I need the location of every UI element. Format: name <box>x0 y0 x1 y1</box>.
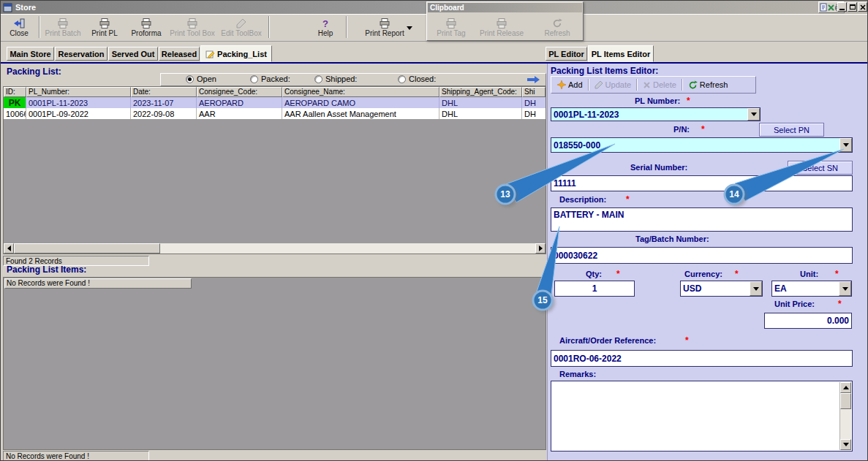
add-button[interactable]: Add <box>554 79 586 91</box>
unit-label: Unit: <box>800 270 818 278</box>
pn-combo[interactable]: 018550-000 <box>551 137 853 153</box>
tab-main-store[interactable]: Main Store <box>7 47 54 61</box>
toolbar-refresh-button[interactable]: Refresh <box>537 15 578 40</box>
delete-button[interactable]: Delete <box>639 79 680 91</box>
required-marker: * <box>685 335 689 346</box>
remarks-textarea[interactable] <box>551 381 853 452</box>
radio-shipped[interactable] <box>314 75 322 83</box>
pl-number-dropdown-button[interactable] <box>747 108 760 121</box>
serial-number-label: Serial Number: <box>630 163 687 172</box>
delete-icon <box>643 81 651 89</box>
tab-served-out[interactable]: Served Out <box>108 47 158 61</box>
cell-shi: DH <box>522 108 546 119</box>
printer-icon <box>186 18 198 28</box>
toolbar-print-toolbox-button[interactable]: Print Tool Box <box>167 15 217 40</box>
select-sn-button[interactable]: Select SN <box>788 161 853 175</box>
toolbar-print-tag-button[interactable]: Print Tag <box>431 15 472 40</box>
toolbar-print-batch-button[interactable]: Print Batch <box>42 15 84 40</box>
toolbar-proforma-button[interactable]: Proforma <box>125 15 167 40</box>
column-header-id[interactable]: ID: <box>4 87 26 97</box>
column-header-shipping-agent-code[interactable]: Shipping_Agent_Code: <box>439 87 522 97</box>
editor-title: Packing List Items Editor: <box>551 66 658 76</box>
serial-number-field[interactable]: 11111 <box>551 175 853 191</box>
aircraft-order-reference-label: Aircraft/Order Reference: <box>559 336 656 345</box>
scroll-right-button[interactable] <box>535 243 546 254</box>
currency-dropdown-button[interactable] <box>750 281 762 296</box>
refresh-icon <box>688 80 698 90</box>
table-row[interactable]: 10066 0001PL-09-2022 2022-09-08 AAR AAR … <box>4 108 546 119</box>
close-door-icon <box>13 18 25 28</box>
toolbar-separator <box>636 79 638 91</box>
pl-number-combo[interactable]: 0001PL-11-2023 <box>551 107 761 121</box>
empty-grid-header: No Records were Found ! <box>4 278 192 289</box>
pl-number-label: PL Number: <box>635 96 680 105</box>
cell-consignee-name: AEROPARD CAMO <box>282 97 439 108</box>
currency-label: Currency: <box>684 270 722 278</box>
scroll-down-button[interactable] <box>840 439 851 450</box>
scrollbar-thumb[interactable] <box>14 243 160 254</box>
print-report-dropdown-icon[interactable] <box>407 26 412 30</box>
apply-filter-button[interactable] <box>521 74 546 85</box>
toolbar-edit-toolbox-button[interactable]: Edit ToolBox <box>218 15 265 40</box>
column-header-consignee-name[interactable]: Consignee_Name: <box>282 87 439 97</box>
scrollbar-thumb[interactable] <box>840 393 851 409</box>
tab-pl-items-editor[interactable]: PL Items Editor <box>588 45 654 62</box>
close-window-button[interactable] <box>858 2 867 12</box>
remarks-scrollbar[interactable] <box>839 382 851 450</box>
cell-pl-number: 0001PL-11-2023 <box>26 97 131 108</box>
unit-combo[interactable]: EA <box>771 281 852 297</box>
unit-price-field[interactable]: 0.000 <box>764 313 852 329</box>
pencil-icon <box>236 18 246 28</box>
printer-icon <box>57 18 69 28</box>
column-header-shi[interactable]: Shi <box>522 87 546 97</box>
arrow-left-icon <box>7 245 11 251</box>
toolbar-close-button[interactable]: Close <box>2 15 36 40</box>
tools-icon[interactable] <box>827 4 835 12</box>
window-title: Store <box>15 3 36 12</box>
select-pn-button[interactable]: Select PN <box>759 123 824 137</box>
toolbar-print-report-button[interactable]: Print Report <box>356 15 413 40</box>
radio-open[interactable] <box>186 75 194 83</box>
tab-reservation[interactable]: Reservation <box>55 47 107 61</box>
column-header-date[interactable]: Date: <box>131 87 197 97</box>
tab-pl-editor[interactable]: PL Editor <box>546 47 587 61</box>
minimize-button[interactable] <box>837 2 847 12</box>
tab-released[interactable]: Released <box>159 47 200 61</box>
toolbar-print-pl-button[interactable]: Print PL <box>84 15 125 40</box>
toolbar-print-release-button[interactable]: Print Release <box>478 15 526 40</box>
currency-value: USD <box>681 281 750 296</box>
document-icon[interactable] <box>820 3 827 12</box>
printer-icon <box>99 18 110 28</box>
aircraft-order-reference-field[interactable]: 0001RO-06-2022 <box>551 350 853 367</box>
clipboard-title-bar[interactable]: Clipboard <box>428 3 582 12</box>
update-icon <box>595 80 603 89</box>
help-icon: ? <box>322 19 328 28</box>
radio-packed-label: Packed: <box>261 75 290 83</box>
scroll-left-button[interactable] <box>4 243 14 254</box>
maximize-button[interactable] <box>848 2 857 12</box>
currency-combo[interactable]: USD <box>680 281 763 297</box>
horizontal-scrollbar[interactable] <box>4 243 546 254</box>
pn-dropdown-button[interactable] <box>839 138 852 152</box>
editor-toolbar: Add Update Delete Refresh <box>551 76 756 94</box>
printer-icon <box>496 18 507 28</box>
arrow-up-icon <box>843 386 849 389</box>
scroll-up-button[interactable] <box>840 382 851 393</box>
update-button[interactable]: Update <box>591 79 635 91</box>
description-field[interactable]: BATTERY - MAIN <box>551 207 853 232</box>
radio-closed[interactable] <box>398 75 406 83</box>
toolbar-help-button[interactable]: ? Help <box>308 15 343 40</box>
toolbar-separator <box>268 16 270 38</box>
unit-dropdown-button[interactable] <box>839 281 851 296</box>
column-header-pl-number[interactable]: PL_Number: <box>26 87 131 97</box>
table-row[interactable]: PK 0001PL-11-2023 2023-11-07 AEROPARD AE… <box>4 97 546 108</box>
arrow-right-icon <box>539 245 543 251</box>
radio-packed[interactable] <box>250 75 258 83</box>
qty-field[interactable]: 1 <box>554 281 635 297</box>
refresh-button[interactable]: Refresh <box>684 79 732 91</box>
tag-batch-field[interactable]: 000030622 <box>551 247 853 264</box>
column-header-consignee-code[interactable]: Consignee_Code: <box>197 87 282 97</box>
tab-packing-list[interactable]: Packing_List <box>200 45 272 62</box>
cell-consignee-name: AAR Aallen Asset Management <box>282 108 439 119</box>
notepad-icon <box>205 50 215 58</box>
